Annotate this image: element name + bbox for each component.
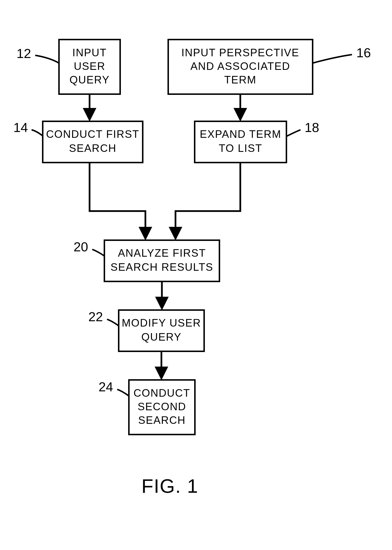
leader-18: [286, 130, 300, 136]
leader-22: [107, 319, 119, 326]
node-conduct-first-search: CONDUCT FIRST SEARCH: [43, 121, 143, 163]
ref-12: 12: [17, 46, 31, 61]
node-input-perspective: INPUT PERSPECTIVE AND ASSOCIATED TERM: [168, 40, 313, 94]
node-16-line-1: INPUT PERSPECTIVE: [181, 47, 299, 58]
leader-14: [32, 130, 43, 136]
ref-22: 22: [88, 309, 103, 324]
node-14-line-2: SEARCH: [69, 142, 116, 154]
ref-18: 18: [305, 120, 319, 135]
node-18-line-1: EXPAND TERM: [200, 128, 281, 140]
edge-14-20: [90, 163, 145, 235]
ref-16: 16: [356, 45, 371, 60]
node-expand-term: EXPAND TERM TO LIST: [195, 121, 286, 163]
edge-18-20: [175, 163, 240, 235]
node-modify-query: MODIFY USER QUERY: [119, 310, 204, 351]
node-18-line-2: TO LIST: [219, 142, 262, 154]
node-22-line-2: QUERY: [141, 331, 182, 343]
node-24-line-1: CONDUCT: [133, 387, 190, 399]
leader-16: [313, 55, 352, 63]
node-16-line-3: TERM: [224, 74, 257, 86]
node-22-line-1: MODIFY USER: [122, 317, 201, 329]
node-16-line-2: AND ASSOCIATED: [190, 60, 290, 72]
node-input-user-query: INPUT USER QUERY: [59, 40, 120, 94]
leader-12: [35, 55, 59, 63]
ref-20: 20: [74, 239, 88, 254]
node-analyze-results: ANALYZE FIRST SEARCH RESULTS: [104, 240, 219, 281]
node-conduct-second-search: CONDUCT SECOND SEARCH: [129, 380, 195, 435]
node-12-line-3: QUERY: [69, 74, 110, 86]
node-12-line-1: INPUT: [72, 47, 107, 58]
ref-24: 24: [99, 379, 113, 394]
node-20-line-2: SEARCH RESULTS: [110, 261, 213, 273]
node-20-line-1: ANALYZE FIRST: [118, 247, 206, 259]
node-24-line-2: SECOND: [138, 401, 186, 412]
node-12-line-2: USER: [74, 60, 105, 72]
figure-caption: FIG. 1: [142, 475, 198, 497]
leader-20: [92, 249, 104, 256]
node-14-line-1: CONDUCT FIRST: [46, 128, 140, 140]
node-24-line-3: SEARCH: [138, 414, 185, 426]
flowchart-diagram: INPUT USER QUERY 12 INPUT PERSPECTIVE AN…: [0, 0, 392, 550]
leader-24: [117, 389, 129, 396]
ref-14: 14: [13, 120, 28, 135]
